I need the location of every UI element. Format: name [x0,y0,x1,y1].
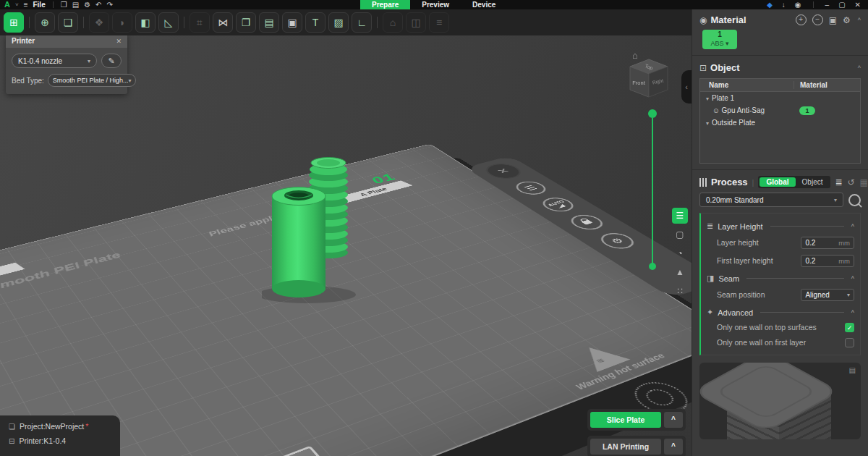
eye-icon[interactable]: ⊙ [713,107,719,114]
support-check-icon[interactable]: ▲ [672,264,688,280]
tab-global[interactable]: Global [760,177,795,187]
only-one-wall-top-checkbox[interactable]: ✓ [845,323,854,332]
setting-unit: mm [838,239,850,247]
file-menu[interactable]: File [33,1,45,9]
bed-type-value: Smooth PEI Plate / High... [53,77,129,84]
minimize-button[interactable]: – [825,1,830,9]
account-icon[interactable]: ◉ [795,1,801,9]
first-layer-height-input[interactable]: 0.2 mm [801,255,854,267]
material-badge[interactable]: 1 [799,106,815,115]
transform-icon[interactable]: ⌗ [190,12,210,33]
object-collapse-icon[interactable]: ^ [858,64,861,72]
support-icon[interactable]: ⌂ [383,12,403,33]
paint-layers-icon[interactable]: ▤ [259,12,279,33]
slice-preview-panel[interactable]: ▤ [699,363,861,439]
bed-type-select[interactable]: Smooth PEI Plate / High... ▾ [48,74,137,87]
add-plate-icon[interactable]: ❏ [58,12,78,33]
project-name: Project:NewProject [20,422,84,431]
material-type: ABS [710,40,723,47]
print-options-button[interactable]: ^ [664,439,683,455]
section-collapse-icon[interactable]: ^ [851,275,854,282]
slice-plate-button[interactable]: Slice Plate [590,412,661,428]
search-icon[interactable] [848,194,861,206]
plate-settings-button[interactable]: ⚙ [595,230,640,251]
table-row[interactable]: ▾Outside Plate [700,117,860,129]
preview-layers-icon[interactable]: ☰ [672,208,688,224]
settings-icon[interactable]: ⚙ [84,1,90,9]
plate-close-button[interactable]: ✕ [480,161,528,182]
printer-panel-close-icon[interactable]: ✕ [116,38,122,45]
lay-flat-icon[interactable]: ◺ [158,12,179,33]
close-button[interactable]: ✕ [855,1,861,9]
table-row[interactable]: ⊙Gpu Anti-Sag 1 [700,104,860,117]
clone-icon[interactable]: ❐ [236,12,256,33]
more-tools-icon[interactable]: ∷ [672,283,688,299]
download-icon[interactable]: ↓ [782,1,786,9]
tab-device[interactable]: Device [461,0,507,9]
split-layout-icon[interactable]: ◧ [135,12,156,33]
plate-frame-icon[interactable]: ▢ [672,227,688,242]
material-settings-icon[interactable]: ⚙ [843,15,851,25]
gauge-icon[interactable]: ◔ [672,245,688,261]
measure-icon[interactable]: ∟ [352,12,372,33]
tab-object[interactable]: Object [796,177,830,187]
layer-slider-handle-top[interactable] [648,109,657,118]
slice-options-button[interactable]: ^ [664,412,683,428]
arrange-icon[interactable]: ❖ [89,12,109,33]
merge-icon[interactable]: ◗ [112,12,132,33]
sketch-icon[interactable]: ▨ [328,12,349,33]
mirror-icon[interactable]: ⋈ [213,12,233,33]
sidebar-collapse-handle[interactable]: ‹ [681,70,692,104]
setting-label: Only one wall on top surfaces [717,323,818,332]
print-queue-icon[interactable]: ≡ [429,12,449,33]
preset-list-icon[interactable]: ≣ [835,177,842,187]
save-icon[interactable]: ▤ [72,1,79,9]
tab-prepare[interactable]: Prepare [360,0,410,9]
plate-lock-button[interactable] [565,212,609,232]
cube-face-front[interactable]: Front [632,80,645,86]
model-library-icon[interactable]: ◆ [767,1,773,9]
layer-height-input[interactable]: 0.2 mm [801,237,854,249]
edit-material-icon[interactable]: ▣ [829,15,837,25]
expander-icon[interactable]: ▾ [706,96,709,102]
save-preset-icon[interactable]: ▦ [860,177,868,187]
cut-icon[interactable]: ◫ [406,12,426,33]
remove-material-icon[interactable]: − [812,14,823,25]
plate-object-list-button[interactable]: ☰ [511,180,552,198]
nozzle-select[interactable]: K1-0.4 nozzle ▾ [12,54,97,68]
menu-icon[interactable]: ≡ [24,1,28,9]
layer-slider[interactable] [652,118,653,264]
navigation-cube[interactable]: Top Front Right [626,57,671,105]
expander-icon[interactable]: ▾ [706,120,709,127]
undo-icon[interactable]: ↶ [95,1,101,9]
lan-printing-button[interactable]: LAN Printing [590,439,661,455]
text-tool-icon[interactable]: T [305,12,326,33]
device-plate-icon[interactable]: ⊞ [4,12,24,33]
seam-position-select[interactable]: Aligned ▾ [801,289,854,301]
add-material-icon[interactable]: + [796,14,807,25]
maximize-button[interactable]: ▢ [838,1,845,9]
material-collapse-icon[interactable]: ^ [858,17,861,24]
object-cube-icon: ⊡ [699,63,707,73]
layer-slider-handle-bottom[interactable] [649,263,656,270]
only-one-wall-first-layer-checkbox[interactable] [845,338,854,347]
add-model-icon[interactable]: ⊕ [35,12,55,33]
printed-model[interactable] [262,151,357,307]
creality-logo-icon[interactable]: A [4,1,10,9]
printer-edit-button[interactable]: ✎ [101,54,122,68]
table-row[interactable]: ▾Plate 1 [700,92,860,104]
setting-label: Seam position [717,290,801,300]
tab-preview[interactable]: Preview [410,0,461,9]
reset-icon[interactable]: ↺ [848,177,855,187]
section-collapse-icon[interactable]: ^ [851,223,854,230]
plate-action-rail: ✕ ☰ AUTO ⚙ [465,156,692,298]
material-slot[interactable]: 1 ABS ▾ [702,30,737,49]
redo-icon[interactable]: ↷ [106,1,112,9]
open-file-icon[interactable]: ❐ [61,1,67,9]
advanced-icon: ✦ [707,308,713,317]
cube-frame-icon[interactable]: ▣ [282,12,302,33]
preset-select[interactable]: 0.20mm Standard ▾ [699,193,843,207]
lay-flat-wedge-icon [556,204,566,208]
section-collapse-icon[interactable]: ^ [851,309,854,316]
plate-auto-orient-button[interactable]: AUTO [537,195,579,214]
